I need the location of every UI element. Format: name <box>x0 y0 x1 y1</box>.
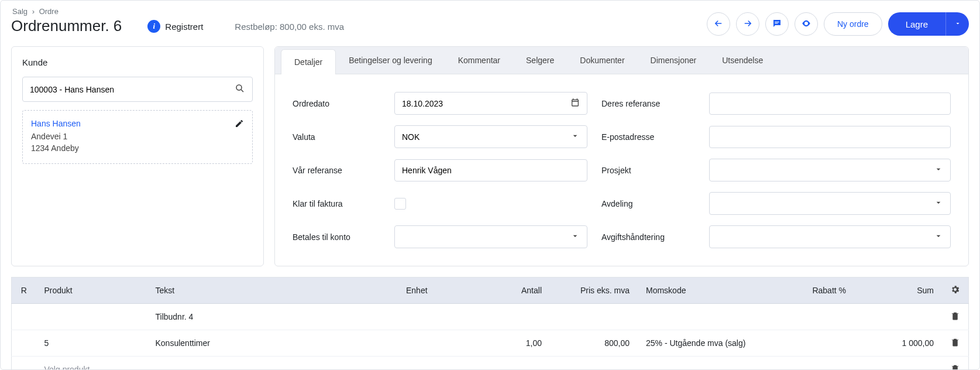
cell-enhet[interactable] <box>398 357 474 371</box>
chevron-down-icon <box>570 231 580 242</box>
table-body: Tilbudnr. 4 5 Konsulenttimer 1,00 <box>12 304 969 371</box>
cell-sum[interactable]: 1 000,00 <box>854 330 942 357</box>
cell-enhet[interactable] <box>398 330 474 357</box>
cell-tekst[interactable]: Tilbudnr. 4 <box>147 304 398 330</box>
avdeling-value[interactable] <box>717 199 934 208</box>
svg-rect-0 <box>775 22 779 22</box>
var-referanse-input[interactable] <box>402 166 580 175</box>
th-rabatt: Rabatt % <box>796 278 854 304</box>
customer-summary-card: Hans Hansen Andevei 1 1234 Andeby <box>22 110 253 164</box>
customer-address-2: 1234 Andeby <box>31 143 244 153</box>
cell-tekst[interactable] <box>147 357 398 371</box>
checkbox-klar-faktura-wrap <box>394 198 587 210</box>
save-dropdown-toggle[interactable] <box>945 12 969 36</box>
cell-antall[interactable] <box>474 304 550 330</box>
title-block: Salg › Ordre Ordrenummer. 6 <box>11 7 122 35</box>
cell-rabatt[interactable] <box>796 304 854 330</box>
tab-detaljer[interactable]: Detaljer <box>281 49 336 74</box>
ordredato-input[interactable] <box>402 99 570 108</box>
customer-search-field[interactable] <box>22 77 253 102</box>
breadcrumb-ordre[interactable]: Ordre <box>39 7 59 16</box>
breadcrumb-salg[interactable]: Salg <box>12 7 27 16</box>
cell-sum[interactable] <box>854 304 942 330</box>
kunde-title: Kunde <box>22 57 253 67</box>
customer-search-input[interactable] <box>30 85 235 94</box>
delete-row-button[interactable] <box>942 304 969 330</box>
delete-row-button[interactable] <box>942 330 969 357</box>
tab-utsendelse[interactable]: Utsendelse <box>709 47 776 74</box>
customer-name-link[interactable]: Hans Hansen <box>31 119 244 128</box>
cell-enhet[interactable] <box>398 304 474 330</box>
edit-customer-button[interactable] <box>235 119 244 130</box>
save-button[interactable]: Lagre <box>888 12 945 36</box>
chevron-down-icon <box>934 198 943 209</box>
select-prosjekt[interactable] <box>709 159 951 181</box>
cell-antall[interactable] <box>474 357 550 371</box>
label-betales-konto: Betales til konto <box>293 232 380 242</box>
cell-antall[interactable]: 1,00 <box>474 330 550 357</box>
table-row[interactable]: Velg produkt <box>12 357 969 371</box>
th-gear[interactable] <box>942 278 969 304</box>
pencil-icon <box>235 121 244 130</box>
cell-rabatt[interactable] <box>796 357 854 371</box>
trash-icon <box>950 340 960 349</box>
cell-produkt[interactable] <box>36 304 147 330</box>
deres-referanse-input[interactable] <box>717 99 943 108</box>
cell-moms[interactable]: 25% - Utgående mva (salg) <box>638 330 796 357</box>
label-ordredato: Ordredato <box>293 99 380 108</box>
cell-tekst[interactable]: Konsulenttimer <box>147 330 398 357</box>
epost-input[interactable] <box>717 132 943 142</box>
th-antall: Antall <box>474 278 550 304</box>
select-avgift[interactable] <box>709 225 951 248</box>
breadcrumb: Salg › Ordre <box>11 7 122 16</box>
cell-sum[interactable] <box>854 357 942 371</box>
chevron-down-icon <box>954 20 961 29</box>
input-var-referanse[interactable] <box>394 159 587 181</box>
valuta-value[interactable] <box>402 132 570 142</box>
tab-dokumenter[interactable]: Dokumenter <box>567 47 637 74</box>
cell-pris[interactable] <box>550 357 638 371</box>
cell-r[interactable] <box>12 357 36 371</box>
table-row[interactable]: 5 Konsulenttimer 1,00 800,00 25% - Utgåe… <box>12 330 969 357</box>
betales-value[interactable] <box>402 232 570 242</box>
input-epost[interactable] <box>709 126 951 148</box>
tab-dimensjoner[interactable]: Dimensjoner <box>638 47 710 74</box>
back-button[interactable] <box>707 12 730 36</box>
select-valuta[interactable] <box>394 125 587 148</box>
cell-pris[interactable]: 800,00 <box>550 330 638 357</box>
delete-row-button[interactable] <box>942 357 969 371</box>
cell-r[interactable] <box>12 330 36 357</box>
new-order-button[interactable]: Ny ordre <box>824 12 882 36</box>
cell-moms[interactable] <box>638 304 796 330</box>
cell-moms[interactable] <box>638 357 796 371</box>
table-row[interactable]: Tilbudnr. 4 <box>12 304 969 330</box>
tab-selgere[interactable]: Selgere <box>513 47 567 74</box>
trash-icon <box>950 366 960 370</box>
tab-betingelser[interactable]: Betingelser og levering <box>336 47 445 74</box>
avgift-value[interactable] <box>717 232 934 242</box>
th-tekst: Tekst <box>147 278 398 304</box>
cell-produkt[interactable]: 5 <box>36 330 147 357</box>
header-left: Salg › Ordre Ordrenummer. 6 i Registrert… <box>11 7 344 35</box>
cell-r[interactable] <box>12 304 36 330</box>
cell-produkt-placeholder[interactable]: Velg produkt <box>36 357 147 371</box>
header-actions: Ny ordre Lagre Lagre Skriv ut Send på ep… <box>707 12 969 36</box>
status-block: i Registrert <box>147 20 203 33</box>
input-ordredato[interactable] <box>394 92 587 115</box>
cell-rabatt[interactable] <box>796 330 854 357</box>
prosjekt-value[interactable] <box>717 166 934 175</box>
select-betales-konto[interactable] <box>394 225 587 248</box>
eye-icon <box>801 18 811 30</box>
cell-pris[interactable] <box>550 304 638 330</box>
forward-button[interactable] <box>736 12 759 36</box>
input-deres-referanse[interactable] <box>709 92 951 115</box>
select-avdeling[interactable] <box>709 192 951 215</box>
tab-kommentar[interactable]: Kommentar <box>445 47 513 74</box>
comment-icon <box>772 18 782 30</box>
checkbox-klar-faktura[interactable] <box>394 198 406 210</box>
preview-button[interactable] <box>795 12 818 36</box>
comment-button[interactable] <box>765 12 789 36</box>
gear-icon <box>950 287 960 296</box>
trash-icon <box>950 313 960 323</box>
tabs: Detaljer Betingelser og levering Komment… <box>275 47 968 74</box>
